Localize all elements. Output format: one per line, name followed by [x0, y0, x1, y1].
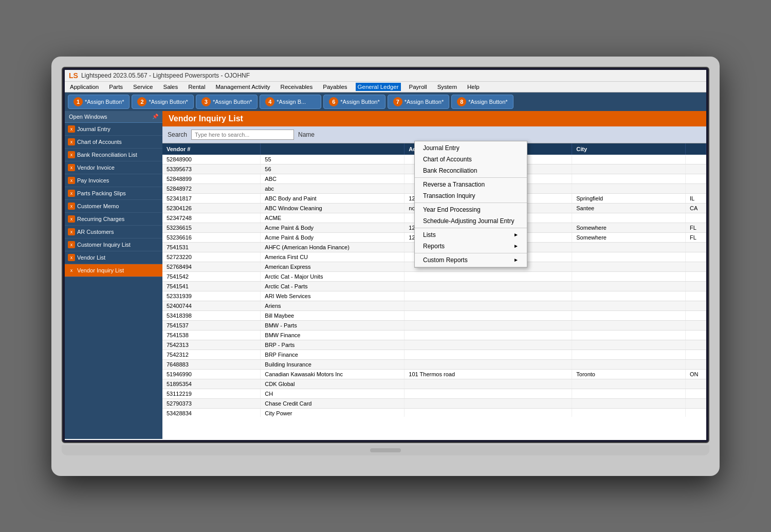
- cell-city: [572, 164, 686, 174]
- close-parts-packing[interactable]: x: [68, 190, 75, 197]
- menu-payroll[interactable]: Payroll: [407, 83, 429, 91]
- cell-vendor-num: 52768494: [162, 262, 261, 271]
- quick-btn-6[interactable]: 6 *Assign Button*: [323, 95, 385, 109]
- menu-parts[interactable]: Parts: [107, 83, 125, 91]
- cell-name: Arctic Cat - Major Units: [261, 271, 405, 281]
- table-row[interactable]: 53418398 Bill Maybee: [162, 310, 706, 320]
- close-customer-inquiry[interactable]: x: [68, 241, 75, 248]
- cell-vendor-num: 52400744: [162, 301, 261, 310]
- table-row[interactable]: 52400744 Ariens: [162, 301, 706, 310]
- dropdown-lists[interactable]: Lists ►: [415, 229, 527, 241]
- dropdown-chart-accounts[interactable]: Chart of Accounts: [415, 154, 527, 165]
- sidebar-item-customer-inquiry[interactable]: x Customer Inquiry List: [65, 239, 162, 251]
- sidebar-item-parts-packing[interactable]: x Parts Packing Slips: [65, 187, 162, 200]
- dropdown-custom-reports[interactable]: Custom Reports ►: [415, 254, 527, 266]
- table-row[interactable]: 7542313 BRP - Parts: [162, 340, 706, 350]
- menu-service[interactable]: Service: [131, 83, 155, 91]
- close-vendor-invoice[interactable]: x: [68, 164, 75, 171]
- quick-btn-6-num: 6: [329, 97, 338, 106]
- quick-btn-4[interactable]: 4 *Assign B...: [260, 95, 321, 109]
- close-bank-recon[interactable]: x: [68, 151, 75, 158]
- sidebar-item-pay-invoices[interactable]: x Pay Invoices: [65, 174, 162, 187]
- sidebar-item-recurring-charges[interactable]: x Recurring Charges: [65, 213, 162, 226]
- sidebar-item-customer-memo[interactable]: x Customer Memo: [65, 200, 162, 213]
- sidebar-item-bank-recon[interactable]: x Bank Reconciliation List: [65, 149, 162, 161]
- table-row[interactable]: 52331939 ARI Web Services: [162, 291, 706, 301]
- table-row[interactable]: 53428834 City Power: [162, 408, 706, 417]
- menu-receivables[interactable]: Receivables: [279, 83, 315, 91]
- sidebar-item-vendor-list[interactable]: x Vendor List: [65, 251, 162, 264]
- close-recurring-charges[interactable]: x: [68, 215, 75, 223]
- close-ar-customers[interactable]: x: [68, 228, 75, 235]
- quick-btn-3[interactable]: 3 *Assign Button*: [196, 95, 258, 109]
- cell-address: [405, 301, 572, 310]
- table-row[interactable]: 53112219 CH: [162, 389, 706, 398]
- table-row[interactable]: 7541538 BMW Finance: [162, 330, 706, 340]
- cell-vendor-num: 52848899: [162, 174, 261, 184]
- close-vendor-inquiry[interactable]: x: [68, 267, 75, 274]
- dropdown-year-end[interactable]: Year End Processing: [415, 204, 527, 215]
- cell-address: [405, 408, 572, 417]
- quick-btn-8[interactable]: 8 *Assign Button*: [451, 95, 513, 109]
- cell-vendor-num: 53236615: [162, 223, 261, 232]
- close-journal-entry[interactable]: x: [68, 125, 75, 133]
- table-row[interactable]: 7542312 BRP Finance: [162, 350, 706, 359]
- search-input[interactable]: [191, 130, 294, 140]
- menu-application[interactable]: Application: [68, 83, 101, 91]
- menu-payables[interactable]: Payables: [321, 83, 349, 91]
- cell-vendor-num: 53395673: [162, 164, 261, 174]
- menu-help[interactable]: Help: [465, 83, 482, 91]
- menu-general-ledger[interactable]: General Ledger: [356, 83, 401, 91]
- sidebar: Open Windows 📌 x Journal Entry x Chart o…: [65, 111, 162, 439]
- table-row[interactable]: 7648883 Building Insurance: [162, 359, 706, 369]
- quick-btn-3-num: 3: [201, 97, 211, 106]
- laptop-base: [62, 445, 709, 455]
- quick-btn-2-num: 2: [137, 97, 146, 106]
- menu-system[interactable]: System: [435, 83, 459, 91]
- cell-name: CDK Global: [261, 379, 405, 389]
- close-chart-accounts[interactable]: x: [68, 138, 75, 145]
- cell-city: [572, 213, 686, 223]
- cell-state: [686, 155, 706, 164]
- sidebar-item-journal-entry[interactable]: x Journal Entry: [65, 123, 162, 136]
- quick-buttons-bar: 1 *Assign Button* 2 *Assign Button* 3 *A…: [65, 93, 706, 111]
- quick-btn-2[interactable]: 2 *Assign Button*: [132, 95, 193, 109]
- close-customer-memo[interactable]: x: [68, 203, 75, 210]
- sidebar-item-chart-accounts[interactable]: x Chart of Accounts: [65, 136, 162, 149]
- quick-btn-1[interactable]: 1 *Assign Button*: [68, 95, 130, 109]
- cell-state: [686, 174, 706, 184]
- sidebar-item-ar-customers[interactable]: x AR Customers: [65, 226, 162, 239]
- sidebar-item-vendor-invoice[interactable]: x Vendor Invoice: [65, 161, 162, 174]
- table-row[interactable]: 51895354 CDK Global: [162, 379, 706, 389]
- laptop-screen: LS Lightspeed 2023.05.567 - Lightspeed P…: [62, 67, 709, 443]
- cell-name: Bill Maybee: [261, 310, 405, 320]
- cell-vendor-num: 52331939: [162, 291, 261, 301]
- cell-city: Springfield: [572, 193, 686, 203]
- menu-rental[interactable]: Rental: [186, 83, 207, 91]
- quick-btn-7[interactable]: 7 *Assign Button*: [388, 95, 449, 109]
- close-vendor-list[interactable]: x: [68, 254, 75, 261]
- table-row[interactable]: 7541542 Arctic Cat - Major Units: [162, 271, 706, 281]
- sidebar-item-vendor-inquiry[interactable]: x Vendor Inquiry List: [65, 264, 162, 277]
- dropdown-reverse-transaction[interactable]: Reverse a Transaction: [415, 179, 527, 190]
- menu-sales[interactable]: Sales: [161, 83, 180, 91]
- quick-btn-2-label: *Assign Button*: [149, 99, 188, 105]
- dropdown-schedule-adjust[interactable]: Schedule-Adjusting Journal Entry: [415, 215, 527, 227]
- table-row[interactable]: 51946990 Canadian Kawasaki Motors Inc 10…: [162, 369, 706, 379]
- dropdown-section-1: Journal Entry Chart of Accounts Bank Rec…: [415, 141, 527, 178]
- close-pay-invoices[interactable]: x: [68, 177, 75, 184]
- cell-city: [572, 271, 686, 281]
- dropdown-journal-entry[interactable]: Journal Entry: [415, 142, 527, 154]
- cell-address: [405, 281, 572, 291]
- dropdown-transaction-inquiry[interactable]: Transaction Inquiry: [415, 190, 527, 201]
- table-row[interactable]: 7541541 Arctic Cat - Parts: [162, 281, 706, 291]
- cell-city: [572, 389, 686, 398]
- dropdown-section-5: Custom Reports ►: [415, 253, 527, 267]
- cell-state: [686, 301, 706, 310]
- menu-management[interactable]: Management Activity: [214, 83, 272, 91]
- dropdown-reports[interactable]: Reports ►: [415, 241, 527, 252]
- cell-vendor-num: 51895354: [162, 379, 261, 389]
- dropdown-bank-recon[interactable]: Bank Reconciliation: [415, 165, 527, 176]
- table-row[interactable]: 52790373 Chase Credit Card: [162, 398, 706, 408]
- table-row[interactable]: 7541537 BMW - Parts: [162, 320, 706, 330]
